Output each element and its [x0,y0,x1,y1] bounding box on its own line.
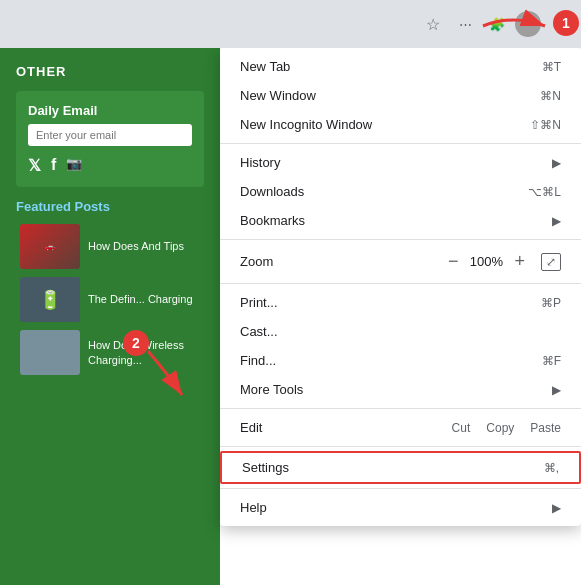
zoom-fullscreen-button[interactable]: ⤢ [541,253,561,271]
menu-item-history[interactable]: History ▶ [220,148,581,177]
email-input[interactable] [28,124,192,146]
post-thumbnail-1: 🚗 [20,224,80,269]
page-content: OTHER Daily Email 𝕏 f 📷 Featured Posts 🚗… [0,48,581,585]
zoom-label: Zoom [240,254,440,269]
menu-item-print-shortcut: ⌘P [541,296,561,310]
menu-separator-4 [220,408,581,409]
menu-item-find-shortcut: ⌘F [542,354,561,368]
menu-separator-3 [220,283,581,284]
menu-item-new-window[interactable]: New Window ⌘N [220,81,581,110]
more-tools-arrow-icon: ▶ [552,383,561,397]
menu-item-find-label: Find... [240,353,502,368]
menu-item-history-label: History [240,155,544,170]
annotation-1: 1 [553,10,579,36]
menu-item-new-tab[interactable]: New Tab ⌘T [220,52,581,81]
post-title-1: How Does And Tips [88,239,184,253]
list-item: How Does Wireless Charging... [20,330,208,375]
zoom-plus-button[interactable]: + [506,251,533,272]
menu-item-new-window-shortcut: ⌘N [540,89,561,103]
menu-item-more-tools[interactable]: More Tools ▶ [220,375,581,404]
zoom-value: 100% [466,254,506,269]
menu-item-cast[interactable]: Cast... [220,317,581,346]
menu-separator-1 [220,143,581,144]
other-label: OTHER [16,64,204,79]
list-item: 🚗 How Does And Tips [20,224,208,269]
menu-item-cast-label: Cast... [240,324,561,339]
star-button[interactable]: ☆ [419,10,447,38]
menu-item-downloads-shortcut: ⌥⌘L [528,185,561,199]
menu-separator-5 [220,446,581,447]
menu-item-settings[interactable]: Settings ⌘, [220,451,581,484]
menu-item-help-label: Help [240,500,544,515]
menu-separator-2 [220,239,581,240]
edit-label: Edit [240,420,452,435]
dropdown-menu: New Tab ⌘T New Window ⌘N New Incognito W… [220,48,581,526]
history-arrow-icon: ▶ [552,156,561,170]
daily-email-title: Daily Email [28,103,192,118]
social-icons: 𝕏 f 📷 [28,156,192,175]
menu-item-downloads[interactable]: Downloads ⌥⌘L [220,177,581,206]
menu-item-new-tab-shortcut: ⌘T [542,60,561,74]
menu-item-settings-label: Settings [242,460,504,475]
help-arrow-icon: ▶ [552,501,561,515]
cut-button[interactable]: Cut [452,421,471,435]
menu-separator-6 [220,488,581,489]
post-title-2: The Defin... Charging [88,292,193,306]
post-thumbnail-3 [20,330,80,375]
post-title-3: How Does Wireless Charging... [88,338,208,367]
featured-posts-label: Featured Posts [16,199,204,214]
paste-button[interactable]: Paste [530,421,561,435]
menu-item-find[interactable]: Find... ⌘F [220,346,581,375]
instagram-icon[interactable]: 📷 [66,156,82,175]
menu-item-new-tab-label: New Tab [240,59,502,74]
facebook-icon[interactable]: f [51,156,56,175]
edit-actions: Cut Copy Paste [452,421,561,435]
menu-item-bookmarks[interactable]: Bookmarks ▶ [220,206,581,235]
twitter-icon[interactable]: 𝕏 [28,156,41,175]
menu-item-print-label: Print... [240,295,501,310]
more-button[interactable]: ⋯ [451,10,479,38]
daily-email-box: Daily Email 𝕏 f 📷 [16,91,204,187]
zoom-minus-button[interactable]: − [440,251,467,272]
list-item: 🔋 The Defin... Charging [20,277,208,322]
menu-item-incognito-shortcut: ⇧⌘N [530,118,561,132]
menu-item-edit: Edit Cut Copy Paste [220,413,581,442]
menu-item-incognito-label: New Incognito Window [240,117,490,132]
menu-item-more-tools-label: More Tools [240,382,544,397]
extensions-button[interactable]: 🧩 [483,10,511,38]
menu-item-incognito[interactable]: New Incognito Window ⇧⌘N [220,110,581,139]
copy-button[interactable]: Copy [486,421,514,435]
browser-toolbar: ☆ ⋯ 🧩 ⋮ 1 [0,0,581,48]
menu-item-settings-shortcut: ⌘, [544,461,559,475]
page-sidebar: OTHER Daily Email 𝕏 f 📷 Featured Posts 🚗… [0,48,220,585]
menu-item-help[interactable]: Help ▶ [220,493,581,522]
post-thumbnail-2: 🔋 [20,277,80,322]
profile-button[interactable] [515,11,541,37]
menu-item-zoom: Zoom − 100% + ⤢ [220,244,581,279]
menu-item-new-window-label: New Window [240,88,500,103]
bookmarks-arrow-icon: ▶ [552,214,561,228]
menu-item-downloads-label: Downloads [240,184,488,199]
menu-item-bookmarks-label: Bookmarks [240,213,544,228]
menu-item-print[interactable]: Print... ⌘P [220,288,581,317]
